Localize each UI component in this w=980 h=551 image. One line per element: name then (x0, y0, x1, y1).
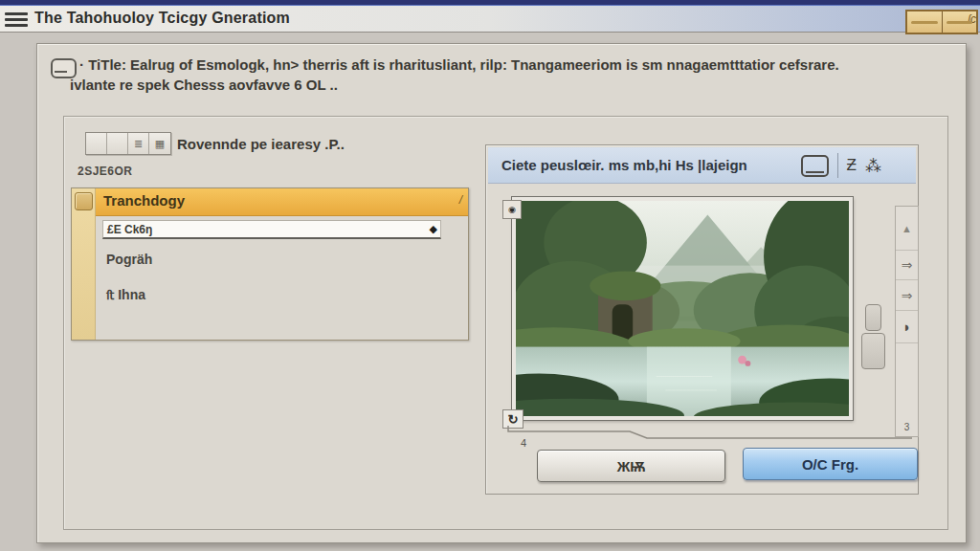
pen-icon[interactable]: ◆ (430, 223, 437, 235)
up-arrow-icon: ▲ (902, 223, 912, 234)
page-marker: 4 (521, 437, 526, 449)
tab-edge-line (507, 425, 913, 440)
target-icon: ◉ (508, 205, 516, 214)
forward-button-1[interactable]: ⇒ (896, 251, 918, 280)
info-text: · TiTle: Ealrug of Esmologk, hn> therris… (79, 55, 941, 95)
list-view-icon: ≣ (134, 138, 143, 150)
leaf-button[interactable]: ◗ (896, 311, 918, 343)
window-title: The Tahohuoloy Tcicgy Gneratiom (34, 10, 290, 27)
screen: The Tahohuoloy Tcicgy Gneratiom ſc · TiT… (0, 0, 980, 551)
window-icon[interactable] (801, 155, 829, 177)
forward-button-2[interactable]: ⇒ (896, 280, 918, 311)
target-button[interactable]: ◉ (502, 200, 522, 219)
leaf-icon: ◗ (902, 319, 911, 335)
list-item-label: Ihna (118, 287, 145, 302)
view-button-2[interactable] (107, 133, 128, 154)
edit-icon[interactable]: Ƶ (847, 156, 857, 175)
view-toolbar: ≣ ▦ (85, 132, 171, 155)
preview-title: Ciete peuslœir. ms mb,hi Hs |lajeign (501, 157, 747, 173)
window-controls[interactable]: ſc (905, 10, 978, 34)
section-label: 2SJE6OR (78, 165, 133, 178)
scroll-up-button[interactable]: ▲ (896, 207, 918, 251)
divider (837, 153, 838, 178)
info-line-1: · TiTle: Ealrug of Esmologk, hn> therris… (79, 55, 941, 75)
toolbar-label: Rovennde pe iearesy .P.. (177, 136, 345, 152)
minimize-button[interactable] (907, 11, 943, 33)
preview-image (512, 197, 853, 420)
list-header-row[interactable]: Tranchdogy / (96, 188, 468, 216)
slider-handle[interactable] (865, 304, 881, 331)
right-arrow-icon: ⇒ (902, 257, 913, 273)
filter-input[interactable]: £E Ck6ŋ ◆ (102, 220, 441, 239)
grid-view-icon: ▦ (155, 138, 165, 150)
cut-icon[interactable]: ⁂ (865, 156, 881, 176)
strip-number: 3 (896, 422, 918, 432)
primary-button-label: O/C Frg. (802, 456, 858, 473)
filter-input-value: £E Ck6ŋ (107, 223, 152, 236)
preview-header: Ciete peuslœir. ms mb,hi Hs |lajeign Ƶ ⁂ (488, 147, 916, 184)
secondary-button[interactable]: ЖѬ (537, 450, 725, 482)
primary-ok-button[interactable]: O/C Frg. (743, 448, 918, 480)
list-header-label: Tranchdogy (103, 192, 185, 209)
list-item-glyph: ﬅ (106, 289, 114, 302)
dialog-window: · TiTle: Ealrug of Esmologk, hn> therris… (36, 43, 967, 543)
titlebar: The Tahohuoloy Tcicgy Gneratiom ſc (0, 6, 980, 33)
view-button-4[interactable]: ▦ (149, 133, 170, 154)
hamburger-menu-icon[interactable] (5, 12, 28, 27)
category-list: Tranchdogy / £E Ck6ŋ ◆ Pogräh ﬅIhna (71, 187, 469, 341)
forest-lake-illustration (516, 201, 849, 416)
folder-icon (75, 192, 93, 210)
view-button-1[interactable] (86, 133, 107, 154)
content-area: ≣ ▦ Rovennde pe iearesy .P.. 2SJE6OR Tra… (63, 116, 948, 530)
close-button[interactable]: ſc (943, 11, 977, 33)
list-item-label: Pogräh (106, 252, 152, 267)
list-header-mark: / (459, 193, 462, 207)
info-line-2: ivlante re spek Chesss aovfavve 6 OL .. (70, 75, 941, 95)
secondary-button-label: ЖѬ (617, 458, 646, 474)
list-accent-stripe (72, 188, 96, 340)
corner-script: ſc (968, 12, 976, 26)
list-item[interactable]: ﬅIhna (106, 287, 145, 302)
view-button-3[interactable]: ≣ (128, 133, 149, 154)
side-tool-strip: ▲ ⇒ ⇒ ◗ 3 (895, 206, 919, 437)
preview-header-icons: Ƶ ⁂ (801, 152, 881, 179)
list-item[interactable]: Pogräh (106, 252, 152, 267)
slider-handle[interactable] (861, 333, 885, 369)
right-arrow-icon: ⇒ (902, 288, 913, 303)
preview-panel: Ciete peuslœir. ms mb,hi Hs |lajeign Ƶ ⁂… (485, 144, 919, 495)
